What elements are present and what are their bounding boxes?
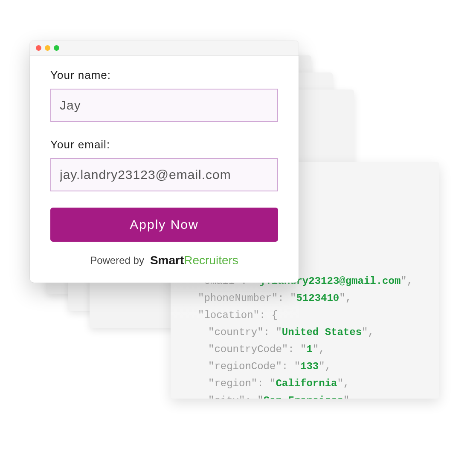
code-line-location: "location": { [188, 307, 422, 324]
email-input[interactable] [50, 158, 278, 191]
powered-by-label: Powered by [90, 254, 144, 266]
window-zoom-icon[interactable] [54, 45, 59, 51]
window-minimize-icon[interactable] [45, 45, 50, 51]
code-line-phone: "phoneNumber": "5123410", [188, 290, 422, 307]
code-line-countrycode: "countryCode": "1", [188, 341, 422, 358]
email-label: Your email: [50, 138, 278, 151]
name-label: Your name: [50, 69, 278, 82]
window-close-icon[interactable] [36, 45, 41, 51]
form-window: Your name: Your email: Apply Now Powered… [30, 40, 299, 283]
code-line-region: "region": "California", [188, 375, 422, 392]
code-line-regioncode: "regionCode": "133", [188, 358, 422, 375]
name-input[interactable] [50, 89, 278, 122]
code-line-country: "country": "United States", [188, 324, 422, 341]
apply-now-button[interactable]: Apply Now [50, 208, 278, 242]
window-titlebar [30, 40, 299, 56]
code-line-city: "city": "San Francisco", [188, 392, 422, 399]
powered-by: Powered by SmartRecruiters [50, 254, 278, 267]
brand-logo: SmartRecruiters [150, 254, 238, 267]
